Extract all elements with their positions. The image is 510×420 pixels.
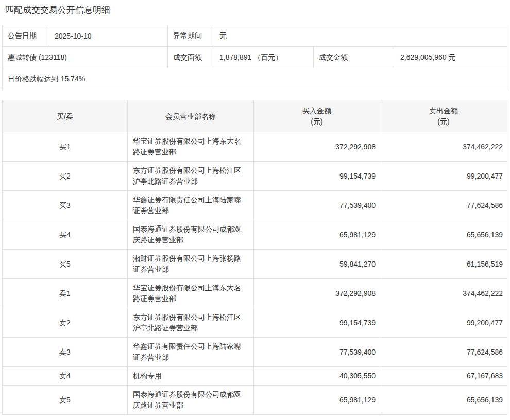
table-header-row: 买/卖 会员营业部名称 买入金额 (元) 卖出金额 (元) <box>3 100 507 132</box>
table-row: 卖3 华鑫证券有限责任公司上海陆家嘴证券营业部 77,539,400 77,62… <box>3 337 507 366</box>
branch-cell: 东方证券股份有限公司上海松江区沪亭北路证券营业部 <box>128 162 254 190</box>
buy-amount-cell: 77,539,400 <box>254 338 380 366</box>
buy-header-label: 买入金额 <box>302 106 331 116</box>
sell-amount-cell: 374,462,222 <box>380 132 507 161</box>
buy-amount-cell: 59,841,270 <box>254 250 380 278</box>
col-header-branch: 会员营业部名称 <box>128 100 254 132</box>
side-cell: 买4 <box>3 220 128 249</box>
face-value: 1,878,891 （百元） <box>214 47 314 68</box>
branch-cell: 华鑫证券有限责任公司上海陆家嘴证券营业部 <box>128 191 254 220</box>
table-row: 买3 华鑫证券有限责任公司上海陆家嘴证券营业部 77,539,400 77,62… <box>3 190 507 220</box>
branch-cell: 国泰海通证券股份有限公司成都双庆路证券营业部 <box>128 386 254 414</box>
side-cell: 卖4 <box>3 367 128 385</box>
side-cell: 卖3 <box>3 338 128 366</box>
price-change-note: 日价格跌幅达到-15.74% <box>3 68 507 90</box>
sell-header-label: 卖出金额 <box>429 106 458 116</box>
sell-amount-cell: 77,624,586 <box>380 338 507 366</box>
table-row: 买1 华宝证券股份有限公司上海东大名路证券营业部 372,292,908 374… <box>3 132 507 161</box>
buy-amount-cell: 77,539,400 <box>254 191 380 220</box>
page-title: 匹配成交交易公开信息明细 <box>5 5 507 16</box>
table-row: 卖4 机构专用 40,305,550 67,167,683 <box>3 366 507 385</box>
table-row: 买4 国泰海通证券股份有限公司成都双庆路证券营业部 65,981,129 65,… <box>3 220 507 249</box>
table-row: 卖5 国泰海通证券股份有限公司成都双庆路证券营业部 65,981,129 65,… <box>3 385 507 414</box>
trade-table-body: 买1 华宝证券股份有限公司上海东大名路证券营业部 372,292,908 374… <box>3 132 507 414</box>
side-cell: 卖1 <box>3 279 128 308</box>
abnormal-period-value: 无 <box>214 25 507 46</box>
branch-cell: 东方证券股份有限公司上海松江区沪亭北路证券营业部 <box>128 308 254 337</box>
buy-header-unit: (元) <box>311 116 322 127</box>
col-header-sell: 卖出金额 (元) <box>380 100 507 132</box>
table-row: 卖2 东方证券股份有限公司上海松江区沪亭北路证券营业部 99,154,739 9… <box>3 308 507 337</box>
sell-amount-cell: 65,656,139 <box>380 220 507 249</box>
abnormal-period-label: 异常期间 <box>168 25 214 46</box>
face-value-label: 成交面额 <box>168 47 214 68</box>
buy-amount-cell: 372,292,908 <box>254 279 380 308</box>
sell-amount-cell: 99,200,477 <box>380 162 507 190</box>
info-row-date: 公告日期 2025-10-10 异常期间 无 <box>3 25 507 46</box>
buy-amount-cell: 99,154,739 <box>254 308 380 337</box>
amount-label: 成交金额 <box>314 47 395 68</box>
table-row: 买5 湘财证券股份有限公司上海张杨路证券营业部 59,841,270 61,15… <box>3 249 507 278</box>
sell-amount-cell: 67,167,683 <box>380 367 507 385</box>
amount-value: 2,629,005,960 元 <box>395 47 507 68</box>
branch-cell: 国泰海通证券股份有限公司成都双庆路证券营业部 <box>128 220 254 249</box>
sell-amount-cell: 99,200,477 <box>380 308 507 337</box>
branch-cell: 华宝证券股份有限公司上海东大名路证券营业部 <box>128 132 254 161</box>
sell-amount-cell: 77,624,586 <box>380 191 507 220</box>
sell-amount-cell: 65,656,139 <box>380 386 507 414</box>
side-cell: 买1 <box>3 132 128 161</box>
table-row: 买2 东方证券股份有限公司上海松江区沪亭北路证券营业部 99,154,739 9… <box>3 161 507 190</box>
announce-date-value: 2025-10-10 <box>49 25 168 46</box>
side-cell: 买5 <box>3 250 128 278</box>
buy-amount-cell: 65,981,129 <box>254 220 380 249</box>
branch-cell: 华宝证券股份有限公司上海东大名路证券营业部 <box>128 279 254 308</box>
branch-cell: 机构专用 <box>128 367 254 385</box>
sell-amount-cell: 374,462,222 <box>380 279 507 308</box>
sell-amount-cell: 61,156,519 <box>380 250 507 278</box>
buy-amount-cell: 40,305,550 <box>254 367 380 385</box>
sell-header-unit: (元) <box>437 116 449 127</box>
branch-cell: 湘财证券股份有限公司上海张杨路证券营业部 <box>128 250 254 278</box>
side-cell: 卖2 <box>3 308 128 337</box>
info-panel: 公告日期 2025-10-10 异常期间 无 惠城转债 (123118) 成交面… <box>2 25 507 90</box>
side-cell: 买2 <box>3 162 128 190</box>
announce-date-label: 公告日期 <box>3 25 49 46</box>
side-cell: 买3 <box>3 191 128 220</box>
branch-cell: 华鑫证券有限责任公司上海陆家嘴证券营业部 <box>128 338 254 366</box>
buy-amount-cell: 99,154,739 <box>254 162 380 190</box>
col-header-buy: 买入金额 (元) <box>254 100 380 132</box>
table-row: 卖1 华宝证券股份有限公司上海东大名路证券营业部 372,292,908 374… <box>3 278 507 308</box>
buy-amount-cell: 65,981,129 <box>254 386 380 414</box>
info-row-security: 惠城转债 (123118) 成交面额 1,878,891 （百元） 成交金额 2… <box>3 46 507 68</box>
security-name: 惠城转债 (123118) <box>3 47 168 68</box>
info-row-note: 日价格跌幅达到-15.74% <box>3 68 507 90</box>
page: 匹配成交交易公开信息明细 公告日期 2025-10-10 异常期间 无 惠城转债… <box>2 5 507 415</box>
buy-amount-cell: 372,292,908 <box>254 132 380 161</box>
trade-table: 买/卖 会员营业部名称 买入金额 (元) 卖出金额 (元) 买1 华宝证券股份有… <box>2 100 507 415</box>
col-header-side: 买/卖 <box>3 100 128 132</box>
side-cell: 卖5 <box>3 386 128 414</box>
